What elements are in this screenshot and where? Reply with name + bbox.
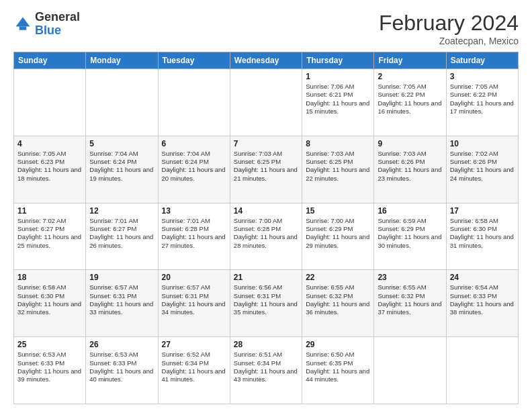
- calendar-body: 1Sunrise: 7:06 AM Sunset: 6:21 PM Daylig…: [14, 69, 519, 404]
- day-number: 12: [89, 206, 154, 216]
- header-sunday: Sunday: [14, 52, 86, 69]
- header-wednesday: Wednesday: [230, 52, 302, 69]
- calendar-cell: 3Sunrise: 7:05 AM Sunset: 6:22 PM Daylig…: [446, 69, 518, 136]
- day-info: Sunrise: 6:54 AM Sunset: 6:33 PM Dayligh…: [450, 283, 515, 316]
- calendar-cell: 25Sunrise: 6:53 AM Sunset: 6:33 PM Dayli…: [14, 337, 86, 404]
- calendar-cell: 6Sunrise: 7:04 AM Sunset: 6:24 PM Daylig…: [158, 136, 230, 203]
- svg-rect-1: [19, 26, 27, 30]
- day-number: 22: [306, 273, 370, 282]
- day-info: Sunrise: 6:55 AM Sunset: 6:32 PM Dayligh…: [378, 283, 442, 316]
- header-friday: Friday: [374, 52, 446, 69]
- day-number: 9: [378, 139, 442, 148]
- day-number: 28: [234, 340, 298, 349]
- day-number: 10: [450, 139, 515, 148]
- calendar-week-row: 1Sunrise: 7:06 AM Sunset: 6:21 PM Daylig…: [14, 69, 519, 136]
- day-number: 18: [17, 273, 82, 282]
- day-info: Sunrise: 7:03 AM Sunset: 6:26 PM Dayligh…: [378, 150, 442, 183]
- day-info: Sunrise: 7:00 AM Sunset: 6:29 PM Dayligh…: [306, 217, 370, 250]
- day-info: Sunrise: 6:58 AM Sunset: 6:30 PM Dayligh…: [17, 283, 82, 316]
- calendar-cell: 17Sunrise: 6:58 AM Sunset: 6:30 PM Dayli…: [446, 203, 518, 270]
- calendar-cell: 1Sunrise: 7:06 AM Sunset: 6:21 PM Daylig…: [302, 69, 374, 136]
- calendar-cell: 21Sunrise: 6:56 AM Sunset: 6:31 PM Dayli…: [230, 270, 302, 337]
- day-number: 21: [234, 273, 298, 282]
- day-number: 29: [306, 340, 370, 349]
- day-number: 4: [17, 139, 82, 148]
- calendar-cell: 28Sunrise: 6:51 AM Sunset: 6:34 PM Dayli…: [230, 337, 302, 404]
- day-number: 23: [378, 273, 442, 282]
- calendar-cell: 9Sunrise: 7:03 AM Sunset: 6:26 PM Daylig…: [374, 136, 446, 203]
- calendar-cell: 16Sunrise: 6:59 AM Sunset: 6:29 PM Dayli…: [374, 203, 446, 270]
- day-number: 26: [89, 340, 154, 349]
- day-info: Sunrise: 6:53 AM Sunset: 6:33 PM Dayligh…: [17, 351, 82, 383]
- calendar-cell: 23Sunrise: 6:55 AM Sunset: 6:32 PM Dayli…: [374, 270, 446, 337]
- calendar-week-row: 11Sunrise: 7:02 AM Sunset: 6:27 PM Dayli…: [14, 203, 519, 270]
- day-info: Sunrise: 7:04 AM Sunset: 6:24 PM Dayligh…: [89, 150, 154, 183]
- calendar-week-row: 4Sunrise: 7:05 AM Sunset: 6:23 PM Daylig…: [14, 136, 519, 203]
- calendar-cell: [86, 69, 158, 136]
- logo: General Blue: [13, 11, 80, 38]
- calendar-cell: 15Sunrise: 7:00 AM Sunset: 6:29 PM Dayli…: [302, 203, 374, 270]
- day-info: Sunrise: 7:05 AM Sunset: 6:22 PM Dayligh…: [450, 83, 515, 116]
- day-info: Sunrise: 7:02 AM Sunset: 6:27 PM Dayligh…: [17, 217, 82, 250]
- logo-text: General Blue: [35, 11, 80, 38]
- calendar-cell: 27Sunrise: 6:52 AM Sunset: 6:34 PM Dayli…: [158, 337, 230, 404]
- day-number: 5: [89, 139, 154, 148]
- day-info: Sunrise: 7:05 AM Sunset: 6:23 PM Dayligh…: [17, 150, 82, 183]
- day-number: 27: [162, 340, 226, 349]
- day-number: 3: [450, 72, 515, 81]
- day-info: Sunrise: 6:59 AM Sunset: 6:29 PM Dayligh…: [378, 217, 442, 250]
- calendar-cell: 22Sunrise: 6:55 AM Sunset: 6:32 PM Dayli…: [302, 270, 374, 337]
- calendar-cell: 13Sunrise: 7:01 AM Sunset: 6:28 PM Dayli…: [158, 203, 230, 270]
- title-block: February 2024 Zoatecpan, Mexico: [379, 11, 519, 46]
- calendar-cell: [158, 69, 230, 136]
- calendar-cell: 7Sunrise: 7:03 AM Sunset: 6:25 PM Daylig…: [230, 136, 302, 203]
- day-number: 17: [450, 206, 515, 216]
- day-info: Sunrise: 6:57 AM Sunset: 6:31 PM Dayligh…: [89, 283, 154, 316]
- day-info: Sunrise: 6:57 AM Sunset: 6:31 PM Dayligh…: [162, 283, 226, 316]
- day-number: 6: [162, 139, 226, 148]
- calendar-cell: 14Sunrise: 7:00 AM Sunset: 6:28 PM Dayli…: [230, 203, 302, 270]
- calendar-cell: 19Sunrise: 6:57 AM Sunset: 6:31 PM Dayli…: [86, 270, 158, 337]
- calendar-header: Sunday Monday Tuesday Wednesday Thursday…: [14, 52, 519, 69]
- day-info: Sunrise: 7:01 AM Sunset: 6:28 PM Dayligh…: [162, 217, 226, 250]
- day-info: Sunrise: 6:53 AM Sunset: 6:33 PM Dayligh…: [89, 351, 154, 383]
- calendar-cell: 10Sunrise: 7:02 AM Sunset: 6:26 PM Dayli…: [446, 136, 518, 203]
- day-number: 8: [306, 139, 370, 148]
- month-title: February 2024: [379, 11, 519, 36]
- day-number: 15: [306, 206, 370, 216]
- calendar-cell: 20Sunrise: 6:57 AM Sunset: 6:31 PM Dayli…: [158, 270, 230, 337]
- day-number: 13: [162, 206, 226, 216]
- page: General Blue February 2024 Zoatecpan, Me…: [0, 0, 532, 411]
- calendar-week-row: 25Sunrise: 6:53 AM Sunset: 6:33 PM Dayli…: [14, 337, 519, 404]
- day-info: Sunrise: 6:58 AM Sunset: 6:30 PM Dayligh…: [450, 217, 515, 250]
- header-saturday: Saturday: [446, 52, 518, 69]
- day-number: 16: [378, 206, 442, 216]
- day-number: 25: [17, 340, 82, 349]
- day-info: Sunrise: 7:03 AM Sunset: 6:25 PM Dayligh…: [234, 150, 298, 183]
- calendar-cell: 29Sunrise: 6:50 AM Sunset: 6:35 PM Dayli…: [302, 337, 374, 404]
- day-info: Sunrise: 7:03 AM Sunset: 6:25 PM Dayligh…: [306, 150, 370, 183]
- calendar-cell: 5Sunrise: 7:04 AM Sunset: 6:24 PM Daylig…: [86, 136, 158, 203]
- calendar-cell: [446, 337, 518, 404]
- day-info: Sunrise: 6:56 AM Sunset: 6:31 PM Dayligh…: [234, 283, 298, 316]
- day-number: 14: [234, 206, 298, 216]
- logo-general: General: [35, 11, 80, 24]
- header-monday: Monday: [86, 52, 158, 69]
- day-number: 24: [450, 273, 515, 282]
- day-info: Sunrise: 6:51 AM Sunset: 6:34 PM Dayligh…: [234, 351, 298, 383]
- location: Zoatecpan, Mexico: [379, 36, 519, 46]
- day-info: Sunrise: 7:01 AM Sunset: 6:27 PM Dayligh…: [89, 217, 154, 250]
- calendar-cell: [14, 69, 86, 136]
- day-info: Sunrise: 7:05 AM Sunset: 6:22 PM Dayligh…: [378, 83, 442, 116]
- calendar-table: Sunday Monday Tuesday Wednesday Thursday…: [13, 52, 519, 404]
- calendar-cell: 11Sunrise: 7:02 AM Sunset: 6:27 PM Dayli…: [14, 203, 86, 270]
- calendar-cell: 2Sunrise: 7:05 AM Sunset: 6:22 PM Daylig…: [374, 69, 446, 136]
- calendar-cell: 24Sunrise: 6:54 AM Sunset: 6:33 PM Dayli…: [446, 270, 518, 337]
- day-info: Sunrise: 7:02 AM Sunset: 6:26 PM Dayligh…: [450, 150, 515, 183]
- calendar-cell: 18Sunrise: 6:58 AM Sunset: 6:30 PM Dayli…: [14, 270, 86, 337]
- day-number: 19: [89, 273, 154, 282]
- day-number: 1: [306, 72, 370, 81]
- day-number: 2: [378, 72, 442, 81]
- day-info: Sunrise: 7:04 AM Sunset: 6:24 PM Dayligh…: [162, 150, 226, 183]
- calendar-cell: 12Sunrise: 7:01 AM Sunset: 6:27 PM Dayli…: [86, 203, 158, 270]
